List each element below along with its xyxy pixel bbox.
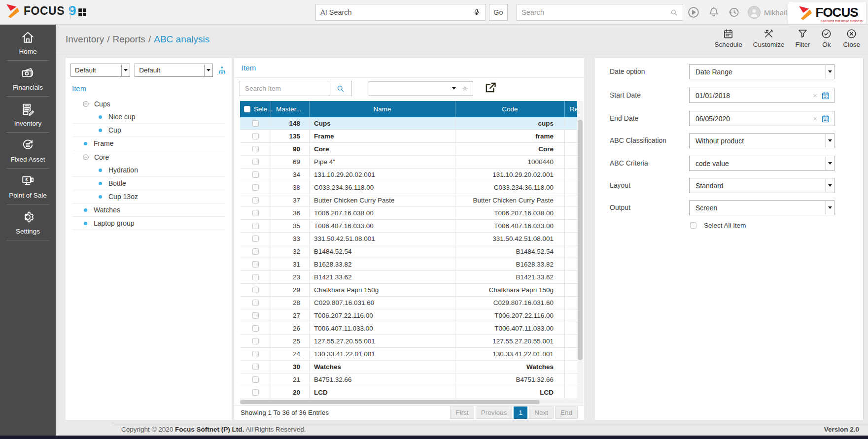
row-checkbox[interactable] — [252, 184, 259, 191]
start-date-input[interactable]: 01/01/2018× — [689, 88, 834, 103]
org-chart-icon[interactable] — [217, 66, 227, 75]
row-checkbox[interactable] — [252, 351, 259, 357]
export-icon[interactable] — [484, 81, 497, 94]
dropdown-arrow-icon[interactable] — [826, 179, 833, 192]
dropdown-arrow-icon[interactable] — [204, 65, 212, 76]
sidebar-item-settings[interactable]: Settings — [0, 204, 56, 240]
row-checkbox[interactable] — [252, 338, 259, 344]
dropdown-arrow-icon[interactable] — [826, 157, 833, 170]
dropdown-arrow-icon[interactable] — [826, 65, 833, 78]
row-checkbox[interactable] — [252, 300, 259, 306]
end-date-input[interactable]: 06/05/2020× — [689, 111, 834, 126]
table-row[interactable]: 32B1484.52.54B1484.52.54 — [240, 245, 577, 258]
tree-node-laptop-group[interactable]: Laptop group — [72, 217, 225, 230]
row-checkbox[interactable] — [252, 274, 259, 280]
row-checkbox[interactable] — [252, 261, 259, 268]
play-icon[interactable] — [687, 6, 700, 19]
table-row[interactable]: 25127.55.27.20.55.001127.55.27.20.55.001 — [240, 335, 577, 348]
horizontal-scrollbar[interactable] — [240, 399, 583, 405]
vertical-scrollbar[interactable] — [577, 101, 583, 399]
sidebar-item-home[interactable]: Home — [0, 25, 56, 61]
page-button-next[interactable]: Next — [529, 406, 554, 419]
history-icon[interactable] — [728, 6, 740, 19]
table-row[interactable]: 21B4751.32.66B4751.32.66 — [240, 373, 577, 386]
close-button[interactable]: Close — [843, 28, 860, 48]
tree-node-watches[interactable]: Watches — [72, 203, 225, 217]
mic-icon[interactable] — [472, 8, 481, 17]
tree-node-hydration[interactable]: Hydration — [72, 164, 225, 177]
vertical-scrollbar-thumb[interactable] — [578, 120, 583, 360]
horizontal-scrollbar-thumb[interactable] — [240, 400, 540, 404]
item-search-input[interactable] — [240, 81, 329, 96]
table-row[interactable]: 37Butter Chicken Curry PasteButter Chick… — [240, 194, 577, 207]
row-checkbox[interactable] — [252, 389, 259, 396]
row-checkbox[interactable] — [252, 146, 259, 152]
magnifier-icon[interactable] — [670, 8, 678, 17]
dropdown-arrow-icon[interactable] — [826, 201, 833, 214]
global-search-input[interactable] — [521, 8, 670, 16]
focus9-logo[interactable]: FOCUS9 — [4, 2, 76, 19]
row-checkbox[interactable] — [252, 120, 259, 127]
table-row[interactable]: 30WatchesWatches — [240, 361, 577, 373]
column-header-master[interactable]: Master... — [271, 101, 309, 117]
clear-icon[interactable]: × — [813, 88, 817, 102]
gear-small-icon[interactable] — [461, 85, 469, 92]
row-checkbox[interactable] — [252, 325, 259, 332]
collapse-minus-icon[interactable] — [82, 154, 89, 161]
column-header-re[interactable]: Re — [564, 101, 577, 117]
apps-grid-icon[interactable] — [77, 7, 88, 18]
saved-filter-combobox[interactable] — [369, 81, 473, 96]
layout-select[interactable]: Standard — [689, 178, 834, 193]
row-checkbox[interactable] — [252, 210, 259, 216]
column-header-code[interactable]: Code — [455, 101, 564, 117]
table-row[interactable]: 148Cupscups — [240, 117, 577, 130]
group-filter-select-1[interactable]: Default — [70, 64, 130, 77]
output-select[interactable]: Screen — [689, 200, 834, 215]
table-row[interactable]: 26T006.407.11.033.00T006.407.11.033.00 — [240, 322, 577, 335]
date-option-select[interactable]: Date Range — [689, 64, 834, 79]
filter-button[interactable]: Filter — [795, 28, 810, 48]
select-all-item-checkbox[interactable] — [690, 222, 696, 229]
sidebar-item-point-of-sale[interactable]: $Point of Sale — [0, 169, 56, 204]
table-row[interactable]: 38C033.234.36.118.00C033.234.36.118.00 — [240, 181, 577, 194]
table-row[interactable]: 29Chatkhara Papri 150gChatkhara Papri 15… — [240, 284, 577, 297]
table-row[interactable]: 31B1628.33.82B1628.33.82 — [240, 258, 577, 271]
abc-classification-select[interactable]: Without product — [689, 133, 834, 148]
customize-button[interactable]: Customize — [753, 28, 785, 48]
tree-node-nice-cup[interactable]: Nice cup — [72, 110, 225, 124]
select-all-checkbox[interactable] — [244, 106, 250, 112]
row-checkbox[interactable] — [252, 171, 259, 178]
table-row[interactable]: 34131.10.29.20.02.001131.10.29.20.02.001 — [240, 169, 577, 181]
sidebar-item-inventory[interactable]: Inventory — [0, 97, 56, 133]
tree-node-cup-13oz[interactable]: Cup 13oz — [72, 190, 225, 203]
table-row[interactable]: 69Pipe 4"1000440 — [240, 156, 577, 169]
tree-node-core[interactable]: Core — [72, 150, 225, 164]
ok-button[interactable]: Ok — [821, 28, 832, 48]
table-row[interactable]: 28C029.807.16.031.60C029.807.16.031.60 — [240, 297, 577, 309]
sidebar-item-financials[interactable]: Financials — [0, 61, 56, 97]
search-icon[interactable] — [329, 81, 351, 96]
tree-node-cups[interactable]: Cups — [72, 97, 225, 110]
table-row[interactable]: 36T006.207.16.038.00T006.207.16.038.00 — [240, 207, 577, 220]
column-header-name[interactable]: Name — [309, 101, 455, 117]
row-checkbox[interactable] — [252, 248, 259, 255]
group-filter-select-2[interactable]: Default — [135, 64, 213, 77]
schedule-button[interactable]: Schedule — [714, 28, 742, 48]
page-button-end[interactable]: End — [555, 406, 578, 419]
table-row[interactable]: 135Frameframe — [240, 130, 577, 143]
ai-search-input[interactable] — [320, 8, 472, 16]
dropdown-arrow-icon[interactable] — [121, 65, 129, 76]
row-checkbox[interactable] — [252, 287, 259, 293]
row-checkbox[interactable] — [252, 376, 259, 383]
table-row[interactable]: 23B1421.33.62B1421.33.62 — [240, 271, 577, 284]
go-button[interactable]: Go — [489, 4, 508, 21]
breadcrumb-abc-analysis[interactable]: ABC analysis — [154, 34, 209, 44]
table-row[interactable]: 24130.33.41.22.01.001130.33.41.22.01.001 — [240, 348, 577, 361]
row-checkbox[interactable] — [252, 197, 259, 203]
table-row[interactable]: 33331.50.42.51.08.001331.50.42.51.08.001 — [240, 233, 577, 245]
page-button-1[interactable]: 1 — [514, 406, 527, 419]
tree-node-cup[interactable]: Cup — [72, 124, 225, 137]
sidebar-item-fixed-asset[interactable]: Fixed Asset — [0, 133, 56, 169]
row-checkbox[interactable] — [252, 312, 259, 319]
bell-icon[interactable] — [707, 6, 720, 19]
